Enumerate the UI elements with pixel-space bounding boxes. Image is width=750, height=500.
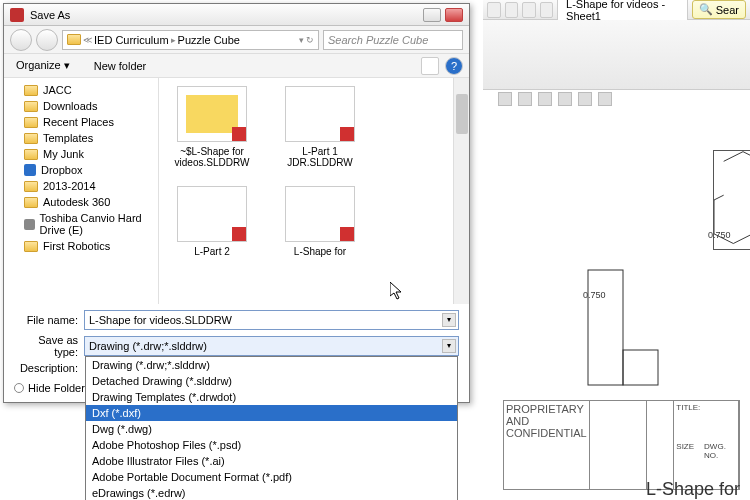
tree-item[interactable]: Toshiba Canvio Hard Drive (E) (6, 210, 156, 238)
search-label: Sear (716, 4, 739, 16)
ribbon (483, 20, 750, 90)
tree-item[interactable]: Templates (6, 130, 156, 146)
dialog-body: JACCDownloadsRecent PlacesTemplatesMy Ju… (4, 78, 469, 304)
view-tool-icon[interactable] (518, 92, 532, 106)
tool-icon[interactable] (487, 2, 501, 18)
scrollbar[interactable] (453, 78, 469, 304)
tree-item-label: My Junk (43, 148, 84, 160)
save-type-option[interactable]: Drawing (*.drw;*.slddrw) (86, 357, 457, 373)
tree-item-label: 2013-2014 (43, 180, 96, 192)
breadcrumb[interactable]: ≪ IED Curriculum ▸ Puzzle Cube ▾ ↻ (62, 30, 319, 50)
command-row: Organize ▾ New folder ? (4, 54, 469, 78)
title-label: TITLE: (676, 403, 736, 412)
breadcrumb-item[interactable]: IED Curriculum (94, 34, 169, 46)
thumbnail-label: ~$L-Shape for videos.SLDDRW (167, 146, 257, 168)
save-type-label: Save as type: (14, 334, 84, 358)
chevron-down-icon[interactable]: ▾ (299, 35, 304, 45)
folder-icon (24, 133, 38, 144)
file-name-input[interactable]: L-Shape for videos.SLDDRW ▾ (84, 310, 459, 330)
view-tool-icon[interactable] (578, 92, 592, 106)
help-button[interactable] (423, 8, 441, 22)
view-tool-icon[interactable] (598, 92, 612, 106)
badge-icon (340, 127, 354, 141)
tree-item[interactable]: Autodesk 360 (6, 194, 156, 210)
footer-title: L-Shape for (646, 479, 740, 500)
hide-folders-label: Hide Folders (28, 382, 90, 394)
save-type-options[interactable]: Drawing (*.drw;*.slddrw)Detached Drawing… (85, 356, 458, 500)
tree-item-label: Toshiba Canvio Hard Drive (E) (40, 212, 152, 236)
chevron-down-icon[interactable]: ▾ (442, 313, 456, 327)
help-icon[interactable]: ? (445, 57, 463, 75)
save-type-option[interactable]: eDrawings (*.edrw) (86, 485, 457, 500)
folder-icon (24, 197, 38, 208)
tree-item[interactable]: Dropbox (6, 162, 156, 178)
prop-note: PROPRIETARY AND CONFIDENTIAL (506, 403, 587, 439)
tree-item-label: First Robotics (43, 240, 110, 252)
thumbnail-label: L-Part 2 (167, 246, 257, 257)
app-icon (10, 8, 24, 22)
file-thumbnail[interactable]: L-Part 2 (167, 186, 257, 257)
thumbnail-image (285, 186, 355, 242)
tree-item[interactable]: First Robotics (6, 238, 156, 254)
tree-item[interactable]: JACC (6, 82, 156, 98)
tree-item-label: Downloads (43, 100, 97, 112)
scroll-thumb[interactable] (456, 94, 468, 134)
search-placeholder: Search Puzzle Cube (328, 34, 428, 46)
view-tool-icon[interactable] (558, 92, 572, 106)
back-button[interactable] (10, 29, 32, 51)
file-name-value: L-Shape for videos.SLDDRW (89, 314, 232, 326)
svg-rect-1 (623, 350, 658, 385)
tree-item-label: Autodesk 360 (43, 196, 110, 208)
close-button[interactable] (445, 8, 463, 22)
save-type-option[interactable]: Dwg (*.dwg) (86, 421, 457, 437)
chevron-down-icon[interactable]: ▾ (442, 339, 456, 353)
save-type-option[interactable]: Adobe Portable Document Format (*.pdf) (86, 469, 457, 485)
file-thumbnails[interactable]: ~$L-Shape for videos.SLDDRWL-Part 1 JDR.… (159, 78, 469, 304)
search-input[interactable]: Search Puzzle Cube (323, 30, 463, 50)
forward-button[interactable] (36, 29, 58, 51)
tree-item[interactable]: 2013-2014 (6, 178, 156, 194)
view-mode-icon[interactable] (421, 57, 439, 75)
tree-item[interactable]: Downloads (6, 98, 156, 114)
save-as-dialog: Save As ≪ IED Curriculum ▸ Puzzle Cube ▾… (3, 3, 470, 403)
tree-item[interactable]: Recent Places (6, 114, 156, 130)
tool-icon[interactable] (522, 2, 536, 18)
tree-item-label: JACC (43, 84, 72, 96)
file-thumbnail[interactable]: ~$L-Shape for videos.SLDDRW (167, 86, 257, 168)
dialog-titlebar[interactable]: Save As (4, 4, 469, 26)
search-button[interactable]: 🔍 Sear (692, 0, 746, 19)
view-tool-icon[interactable] (498, 92, 512, 106)
save-type-option[interactable]: Adobe Photoshop Files (*.psd) (86, 437, 457, 453)
save-type-option[interactable]: Adobe Illustrator Files (*.ai) (86, 453, 457, 469)
chevron-icon: ≪ (83, 35, 92, 45)
tree-item[interactable]: My Junk (6, 146, 156, 162)
orthographic-view (573, 265, 693, 395)
tool-icon[interactable] (540, 2, 554, 18)
db-icon (24, 164, 36, 176)
view-tool-icon[interactable] (538, 92, 552, 106)
save-type-option[interactable]: Drawing Templates (*.drwdot) (86, 389, 457, 405)
dwg-label: DWG. NO. (704, 442, 736, 460)
file-thumbnail[interactable]: L-Shape for (275, 186, 365, 257)
file-thumbnail[interactable]: L-Part 1 JDR.SLDDRW (275, 86, 365, 168)
field-grid: File name: L-Shape for videos.SLDDRW ▾ S… (4, 304, 469, 378)
tree-item-label: Dropbox (41, 164, 83, 176)
title-block: PROPRIETARY AND CONFIDENTIAL TITLE: SIZE… (503, 400, 740, 490)
tool-icon[interactable] (505, 2, 519, 18)
folder-tree[interactable]: JACCDownloadsRecent PlacesTemplatesMy Ju… (4, 78, 159, 304)
chevron-up-icon (14, 383, 24, 393)
organize-button[interactable]: Organize ▾ (10, 57, 76, 74)
thumbnail-label: L-Shape for (275, 246, 365, 257)
thumbnail-image (285, 86, 355, 142)
hide-folders-button[interactable]: Hide Folders (14, 382, 90, 394)
save-type-option[interactable]: Detached Drawing (*.slddrw) (86, 373, 457, 389)
save-type-dropdown[interactable]: Drawing (*.drw;*.slddrw) ▾ Drawing (*.dr… (84, 336, 459, 356)
bg-toolbar: L-Shape for videos - Sheet1 🔍 Sear (483, 0, 750, 20)
drawing-area[interactable]: 0.750 2.25 0.750 PROPRIETARY AND CONFIDE… (483, 110, 750, 500)
save-type-option[interactable]: Dxf (*.dxf) (86, 405, 457, 421)
breadcrumb-item[interactable]: Puzzle Cube (178, 34, 240, 46)
new-folder-button[interactable]: New folder (88, 58, 153, 74)
refresh-icon[interactable]: ↻ (306, 35, 314, 45)
svg-rect-0 (588, 270, 623, 385)
tree-item-label: Recent Places (43, 116, 114, 128)
